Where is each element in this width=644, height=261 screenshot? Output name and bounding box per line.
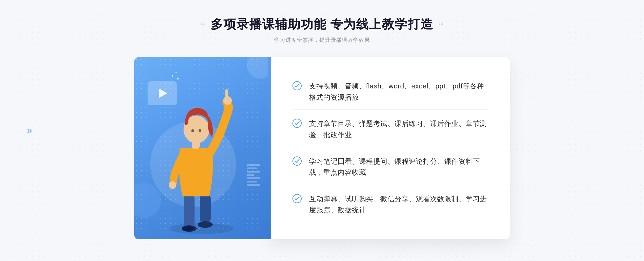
svg-point-27 bbox=[293, 119, 301, 128]
header-section: 多项录播课辅助功能 专为线上教学打造 学习进度全掌握，提升录播课教学效果 bbox=[200, 16, 444, 44]
svg-point-11 bbox=[442, 24, 443, 25]
svg-point-28 bbox=[293, 157, 301, 165]
feature-item-4: 互动弹幕、试听购买、微信分享、观看次数限制、学习进度跟踪、数据统计 bbox=[292, 187, 488, 222]
page-title: 多项录播课辅助功能 专为线上教学打造 bbox=[211, 16, 434, 33]
title-row: 多项录播课辅助功能 专为线上教学打造 bbox=[200, 16, 444, 33]
svg-point-4 bbox=[202, 24, 203, 25]
svg-point-2 bbox=[204, 23, 205, 24]
page-subtitle: 学习进度全掌握，提升录播课教学效果 bbox=[200, 36, 444, 44]
svg-point-1 bbox=[202, 23, 203, 24]
check-icon-2 bbox=[292, 119, 302, 128]
left-arrow-decoration bbox=[27, 125, 32, 136]
svg-rect-15 bbox=[200, 194, 211, 223]
feature-item-2: 支持章节目录、弹题考试、课后练习、课后作业、章节测验、批改作业 bbox=[292, 112, 488, 147]
svg-point-29 bbox=[293, 194, 301, 203]
svg-point-3 bbox=[201, 24, 202, 25]
svg-point-17 bbox=[198, 221, 213, 228]
svg-rect-14 bbox=[184, 194, 195, 229]
illustration-panel bbox=[134, 57, 268, 239]
page-container: 多项录播课辅助功能 专为线上教学打造 学习进度全掌握，提升录播课教学效果 bbox=[0, 0, 644, 261]
feature-text-3: 学习笔记回看、课程提问、课程评论打分、课件资料下载，重点内容收藏 bbox=[309, 156, 488, 178]
check-icon-3 bbox=[292, 156, 302, 166]
svg-point-8 bbox=[442, 23, 443, 24]
svg-point-26 bbox=[293, 81, 301, 90]
person-illustration bbox=[134, 57, 268, 239]
main-content: 支持视频、音频、flash、word、excel、ppt、pdf等各种格式的资源… bbox=[134, 57, 510, 239]
title-deco-left bbox=[200, 21, 206, 27]
svg-point-7 bbox=[441, 23, 442, 24]
chevron-icon bbox=[27, 125, 32, 136]
title-deco-right bbox=[438, 21, 444, 27]
svg-point-20 bbox=[169, 181, 176, 189]
features-panel: 支持视频、音频、flash、word、excel、ppt、pdf等各种格式的资源… bbox=[271, 57, 510, 239]
accent-stripe bbox=[268, 57, 271, 239]
feature-text-4: 互动弹幕、试听购买、微信分享、观看次数限制、学习进度跟踪、数据统计 bbox=[309, 193, 488, 216]
feature-item-3: 学习笔记回看、课程提问、课程评论打分、课件资料下载，重点内容收藏 bbox=[292, 150, 488, 185]
svg-point-0 bbox=[201, 23, 202, 24]
check-icon-4 bbox=[292, 194, 302, 203]
svg-rect-19 bbox=[225, 89, 228, 103]
svg-point-10 bbox=[441, 24, 442, 25]
svg-point-9 bbox=[439, 24, 440, 25]
svg-point-5 bbox=[204, 24, 205, 25]
feature-text-1: 支持视频、音频、flash、word、excel、ppt、pdf等各种格式的资源… bbox=[309, 81, 488, 103]
svg-point-24 bbox=[199, 129, 201, 132]
svg-point-25 bbox=[182, 226, 194, 231]
svg-point-6 bbox=[439, 23, 440, 24]
feature-text-2: 支持章节目录、弹题考试、课后练习、课后作业、章节测验、批改作业 bbox=[309, 118, 488, 140]
check-icon-1 bbox=[292, 81, 302, 90]
svg-point-23 bbox=[191, 129, 194, 132]
feature-item-1: 支持视频、音频、flash、word、excel、ppt、pdf等各种格式的资源… bbox=[292, 74, 488, 110]
